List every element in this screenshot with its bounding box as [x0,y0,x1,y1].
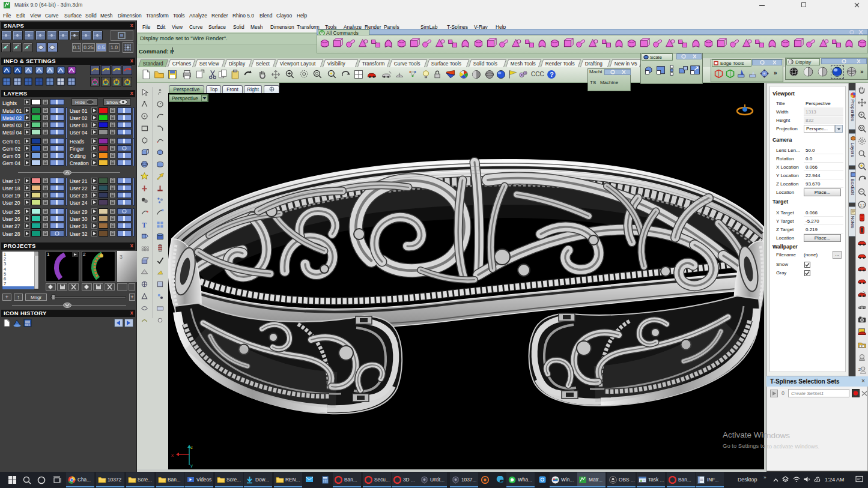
svg-text:?: ? [550,71,554,78]
svg-text:T: T [142,221,147,229]
svg-text:y: y [190,463,193,468]
svg-text:MBS: MBS [25,324,31,327]
svg-text:x: x [171,453,174,458]
svg-text:z: z [190,445,193,450]
svg-text:3: 3 [120,254,123,260]
svg-text:1:1: 1:1 [860,203,865,207]
svg-text:2: 2 [858,367,861,372]
